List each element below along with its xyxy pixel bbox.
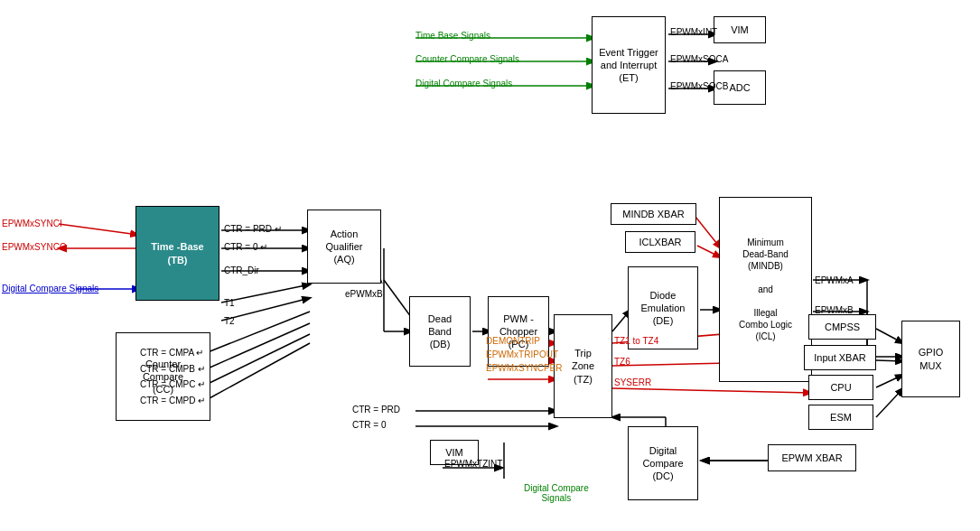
counter-compare-label: CounterCompare(CC): [143, 358, 183, 396]
svg-line-34: [695, 217, 721, 248]
iclxbar-label: ICLXBAR: [639, 236, 681, 248]
digital-compare-signals-bottom-label: Digital CompareSignals: [524, 483, 589, 503]
epwmxsynco-label: EPWMxSYNCO: [2, 242, 67, 252]
mindb-xbar-label: MINDB XBAR: [622, 208, 684, 220]
ctr-cmpc-label: CTR = CMPC ↵: [140, 379, 205, 389]
cpu-block: CPU: [808, 375, 873, 400]
digital-compare-signals-left-label: Digital Compare Signals: [2, 284, 98, 293]
svg-line-15: [208, 323, 310, 368]
digital-compare-label: DigitalCompare(DC): [642, 444, 683, 483]
ctr-cmpa-label: CTR = CMPA ↵: [140, 348, 203, 358]
epwmxtzint-label: EPWMxTZINT: [444, 459, 502, 469]
tz6-label: TZ6: [614, 357, 630, 367]
counter-compare-block: CounterCompare(CC): [116, 332, 210, 421]
action-qualifier-block: ActionQualifier(AQ): [307, 210, 381, 284]
digital-compare-signals-top-label: Digital Compare Signals: [415, 79, 512, 88]
ctr-0-label: CTR = 0 ↵: [224, 242, 267, 252]
input-xbar-label: Input XBAR: [814, 351, 865, 364]
svg-line-16: [208, 334, 310, 384]
svg-line-31: [876, 360, 903, 361]
digital-compare-block: DigitalCompare(DC): [628, 426, 698, 500]
diode-emulation-label: DiodeEmulation(DE): [641, 289, 686, 328]
svg-line-6: [59, 224, 138, 235]
t2-label: T2: [224, 316, 235, 326]
syserr-label: SYSERR: [614, 377, 651, 387]
epwm-xbar-label: EPWM XBAR: [781, 452, 842, 464]
mindb-xbar-block: MINDB XBAR: [611, 203, 696, 225]
ctr-cmpd-label: CTR = CMPD ↵: [140, 396, 205, 405]
epwm-xbar-block: EPWM XBAR: [768, 444, 856, 471]
iclxbar-block: ICLXBAR: [625, 231, 695, 253]
epwmxb-from-aq-label: ePWMxB: [345, 289, 383, 299]
time-base-block: Time -Base(TB): [135, 206, 219, 301]
demontrip-label: DEMONTRIP: [486, 336, 540, 346]
svg-line-14: [208, 312, 310, 352]
mindb-block: MinimumDead-Band(MINDB)andIllegalCombo L…: [719, 197, 812, 382]
t1-label: T1: [224, 298, 235, 308]
svg-line-17: [208, 343, 310, 399]
event-trigger-block: Event Trigger and Interrupt (ET): [592, 16, 666, 114]
epwmxsynci-label: EPWMxSYNCI: [2, 219, 62, 228]
vim-bottom-label: VIM: [445, 446, 463, 459]
epwmxsyncper-label: EPWMxSYNCPER: [486, 363, 562, 373]
svg-line-41: [612, 388, 811, 393]
time-base-label: Time -Base(TB): [151, 240, 204, 266]
cpu-label: CPU: [830, 381, 851, 394]
trip-zone-label: TripZone(TZ): [572, 347, 594, 386]
event-trigger-label: Event Trigger and Interrupt (ET): [593, 46, 665, 85]
cmpss-label: CMPSS: [825, 321, 860, 333]
trip-zone-block: TripZone(TZ): [554, 314, 612, 418]
gpio-mux-label: GPIOMUX: [919, 346, 944, 372]
dead-band-block: DeadBand(DB): [409, 296, 471, 367]
input-xbar-block: Input XBAR: [804, 345, 876, 370]
epwmxa-out-label: EPWMxA: [815, 275, 854, 285]
vim-top-label: VIM: [731, 23, 749, 36]
epwmxtripout-label: EPWMxTRIPOUT: [486, 349, 558, 359]
tz1-tz4-label: TZ1 to TZ4: [614, 336, 658, 346]
svg-line-30: [876, 329, 903, 343]
epwmxsocb-label: EPWMxSOCB: [670, 81, 728, 91]
counter-compare-signals-label: Counter Compare Signals: [415, 54, 519, 64]
epwmxint-label: EPWMxINT: [670, 27, 717, 37]
cmpss-block: CMPSS: [808, 314, 876, 340]
svg-line-33: [876, 388, 903, 417]
esm-label: ESM: [830, 411, 852, 424]
esm-block: ESM: [808, 405, 873, 430]
gpio-mux-block: GPIOMUX: [901, 321, 960, 397]
block-diagram: Event Trigger and Interrupt (ET) VIM ADC…: [0, 0, 980, 531]
ctr-prd-label: CTR = PRD ↵: [224, 224, 282, 234]
epwmxsoca-label: EPWMxSOCA: [670, 54, 728, 64]
ctr-dir-label: CTR_Dir: [224, 266, 259, 275]
time-base-signals-label: Time Base Signals: [415, 31, 490, 41]
dead-band-label: DeadBand(DB): [428, 312, 452, 351]
ctr-cmpb-label: CTR = CMPB ↵: [140, 364, 205, 374]
vim-top-block: VIM: [714, 16, 766, 43]
svg-line-32: [876, 375, 903, 387]
action-qualifier-label: ActionQualifier(AQ): [326, 228, 363, 266]
adc-label: ADC: [729, 81, 750, 94]
mindb-label: MinimumDead-Band(MINDB)andIllegalCombo L…: [739, 237, 792, 342]
svg-line-35: [697, 246, 721, 257]
ctr-prd-bottom-label: CTR = PRD: [352, 405, 400, 415]
ctr-0-bottom-label: CTR = 0: [352, 420, 387, 430]
